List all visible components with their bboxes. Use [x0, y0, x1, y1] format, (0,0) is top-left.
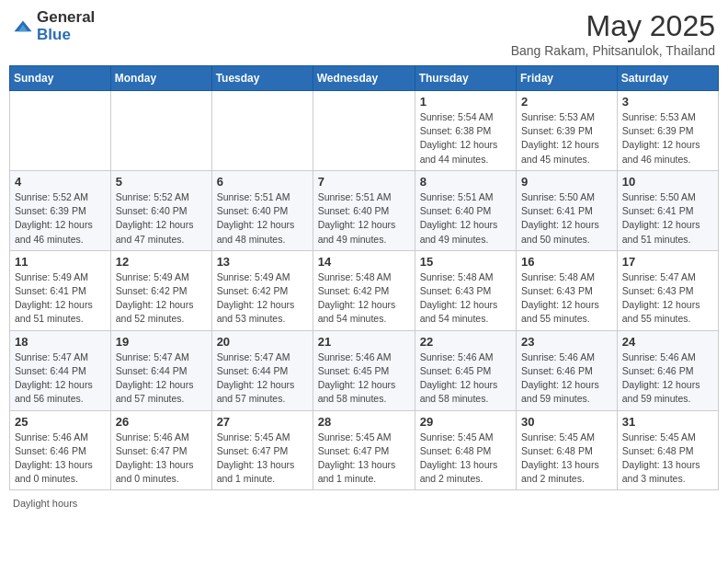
day-info: Sunrise: 5:45 AM Sunset: 6:47 PM Dayligh…: [318, 431, 410, 487]
calendar-cell: 22Sunrise: 5:46 AM Sunset: 6:45 PM Dayli…: [415, 330, 516, 410]
calendar-cell: 13Sunrise: 5:49 AM Sunset: 6:42 PM Dayli…: [211, 250, 313, 330]
day-info: Sunrise: 5:51 AM Sunset: 6:40 PM Dayligh…: [217, 190, 308, 247]
calendar-cell: 2Sunrise: 5:53 AM Sunset: 6:39 PM Daylig…: [517, 91, 618, 171]
day-number: 22: [420, 335, 511, 349]
calendar-body: 1Sunrise: 5:54 AM Sunset: 6:38 PM Daylig…: [10, 91, 719, 490]
calendar-cell: 17Sunrise: 5:47 AM Sunset: 6:43 PM Dayli…: [617, 250, 718, 330]
day-info: Sunrise: 5:47 AM Sunset: 6:44 PM Dayligh…: [116, 350, 207, 407]
calendar-cell: 21Sunrise: 5:46 AM Sunset: 6:45 PM Dayli…: [313, 330, 415, 410]
calendar-cell: 4Sunrise: 5:52 AM Sunset: 6:39 PM Daylig…: [10, 170, 111, 250]
day-info: Sunrise: 5:46 AM Sunset: 6:47 PM Dayligh…: [116, 431, 207, 487]
day-number: 30: [521, 415, 612, 429]
day-info: Sunrise: 5:50 AM Sunset: 6:41 PM Dayligh…: [521, 190, 612, 247]
day-info: Sunrise: 5:47 AM Sunset: 6:43 PM Dayligh…: [622, 270, 713, 327]
calendar-week-row: 25Sunrise: 5:46 AM Sunset: 6:46 PM Dayli…: [10, 410, 719, 490]
header-day: Saturday: [617, 66, 718, 91]
calendar-week-row: 1Sunrise: 5:54 AM Sunset: 6:38 PM Daylig…: [10, 91, 719, 171]
day-info: Sunrise: 5:50 AM Sunset: 6:41 PM Dayligh…: [622, 190, 713, 247]
day-info: Sunrise: 5:46 AM Sunset: 6:46 PM Dayligh…: [521, 350, 612, 407]
day-number: 23: [521, 335, 612, 349]
calendar-week-row: 18Sunrise: 5:47 AM Sunset: 6:44 PM Dayli…: [10, 330, 719, 410]
day-number: 13: [217, 255, 308, 269]
day-number: 17: [622, 255, 713, 269]
day-number: 9: [521, 175, 612, 189]
day-number: 5: [116, 175, 207, 189]
day-info: Sunrise: 5:45 AM Sunset: 6:48 PM Dayligh…: [521, 431, 612, 487]
logo-icon: [13, 17, 33, 37]
header-day: Thursday: [415, 66, 516, 91]
calendar-cell: 8Sunrise: 5:51 AM Sunset: 6:40 PM Daylig…: [415, 170, 516, 250]
calendar-header: SundayMondayTuesdayWednesdayThursdayFrid…: [10, 66, 719, 91]
calendar-cell: 16Sunrise: 5:48 AM Sunset: 6:43 PM Dayli…: [517, 250, 618, 330]
day-number: 12: [116, 255, 207, 269]
day-number: 10: [622, 175, 713, 189]
header-day: Sunday: [10, 66, 111, 91]
day-info: Sunrise: 5:49 AM Sunset: 6:42 PM Dayligh…: [116, 270, 207, 327]
day-number: 27: [217, 415, 308, 429]
day-info: Sunrise: 5:46 AM Sunset: 6:45 PM Dayligh…: [420, 350, 511, 407]
calendar-cell: 15Sunrise: 5:48 AM Sunset: 6:43 PM Dayli…: [415, 250, 516, 330]
header-day: Tuesday: [211, 66, 313, 91]
day-number: 1: [420, 95, 511, 109]
day-info: Sunrise: 5:48 AM Sunset: 6:43 PM Dayligh…: [420, 270, 511, 327]
logo: General Blue: [13, 9, 95, 43]
day-info: Sunrise: 5:52 AM Sunset: 6:40 PM Dayligh…: [116, 190, 207, 247]
day-number: 6: [217, 175, 308, 189]
header-row: SundayMondayTuesdayWednesdayThursdayFrid…: [10, 66, 719, 91]
calendar-cell: 25Sunrise: 5:46 AM Sunset: 6:46 PM Dayli…: [10, 410, 111, 490]
day-info: Sunrise: 5:51 AM Sunset: 6:40 PM Dayligh…: [420, 190, 511, 247]
day-number: 18: [15, 335, 106, 349]
calendar-cell: 10Sunrise: 5:50 AM Sunset: 6:41 PM Dayli…: [617, 170, 718, 250]
day-info: Sunrise: 5:45 AM Sunset: 6:47 PM Dayligh…: [217, 431, 308, 487]
calendar-cell: 11Sunrise: 5:49 AM Sunset: 6:41 PM Dayli…: [10, 250, 111, 330]
day-number: 7: [318, 175, 410, 189]
calendar-cell: 19Sunrise: 5:47 AM Sunset: 6:44 PM Dayli…: [110, 330, 211, 410]
calendar-cell: 14Sunrise: 5:48 AM Sunset: 6:42 PM Dayli…: [313, 250, 415, 330]
calendar-cell: 30Sunrise: 5:45 AM Sunset: 6:48 PM Dayli…: [517, 410, 618, 490]
calendar-cell: 29Sunrise: 5:45 AM Sunset: 6:48 PM Dayli…: [415, 410, 516, 490]
calendar-table: SundayMondayTuesdayWednesdayThursdayFrid…: [9, 65, 719, 490]
calendar-cell: [110, 91, 211, 171]
day-info: Sunrise: 5:53 AM Sunset: 6:39 PM Dayligh…: [521, 110, 612, 167]
calendar-cell: 18Sunrise: 5:47 AM Sunset: 6:44 PM Dayli…: [10, 330, 111, 410]
calendar-cell: 27Sunrise: 5:45 AM Sunset: 6:47 PM Dayli…: [211, 410, 313, 490]
calendar-cell: 31Sunrise: 5:45 AM Sunset: 6:48 PM Dayli…: [617, 410, 718, 490]
calendar-cell: 1Sunrise: 5:54 AM Sunset: 6:38 PM Daylig…: [415, 91, 516, 171]
day-number: 3: [622, 95, 713, 109]
day-number: 29: [420, 415, 511, 429]
calendar-week-row: 4Sunrise: 5:52 AM Sunset: 6:39 PM Daylig…: [10, 170, 719, 250]
subtitle: Bang Rakam, Phitsanulok, Thailand: [511, 43, 715, 58]
calendar-cell: 26Sunrise: 5:46 AM Sunset: 6:47 PM Dayli…: [110, 410, 211, 490]
calendar-cell: [10, 91, 111, 171]
calendar-cell: 28Sunrise: 5:45 AM Sunset: 6:47 PM Dayli…: [313, 410, 415, 490]
day-info: Sunrise: 5:47 AM Sunset: 6:44 PM Dayligh…: [15, 350, 106, 407]
calendar-cell: 3Sunrise: 5:53 AM Sunset: 6:39 PM Daylig…: [617, 91, 718, 171]
day-info: Sunrise: 5:46 AM Sunset: 6:45 PM Dayligh…: [318, 350, 410, 407]
day-info: Sunrise: 5:46 AM Sunset: 6:46 PM Dayligh…: [622, 350, 713, 407]
day-number: 19: [116, 335, 207, 349]
title-section: May 2025 Bang Rakam, Phitsanulok, Thaila…: [511, 9, 715, 58]
day-number: 15: [420, 255, 511, 269]
day-number: 31: [622, 415, 713, 429]
footer: Daylight hours: [9, 498, 719, 509]
day-info: Sunrise: 5:52 AM Sunset: 6:39 PM Dayligh…: [15, 190, 106, 247]
main-title: May 2025: [511, 9, 715, 43]
header-day: Wednesday: [313, 66, 415, 91]
day-info: Sunrise: 5:45 AM Sunset: 6:48 PM Dayligh…: [622, 431, 713, 487]
calendar-cell: [313, 91, 415, 171]
logo-blue: Blue: [37, 27, 95, 44]
calendar-cell: 9Sunrise: 5:50 AM Sunset: 6:41 PM Daylig…: [517, 170, 618, 250]
day-info: Sunrise: 5:45 AM Sunset: 6:48 PM Dayligh…: [420, 431, 511, 487]
day-info: Sunrise: 5:48 AM Sunset: 6:43 PM Dayligh…: [521, 270, 612, 327]
day-number: 14: [318, 255, 410, 269]
day-number: 2: [521, 95, 612, 109]
day-number: 8: [420, 175, 511, 189]
day-info: Sunrise: 5:47 AM Sunset: 6:44 PM Dayligh…: [217, 350, 308, 407]
day-info: Sunrise: 5:46 AM Sunset: 6:46 PM Dayligh…: [15, 431, 106, 487]
day-info: Sunrise: 5:49 AM Sunset: 6:41 PM Dayligh…: [15, 270, 106, 327]
day-info: Sunrise: 5:48 AM Sunset: 6:42 PM Dayligh…: [318, 270, 410, 327]
day-number: 4: [15, 175, 106, 189]
calendar-cell: [211, 91, 313, 171]
calendar-cell: 6Sunrise: 5:51 AM Sunset: 6:40 PM Daylig…: [211, 170, 313, 250]
day-number: 24: [622, 335, 713, 349]
